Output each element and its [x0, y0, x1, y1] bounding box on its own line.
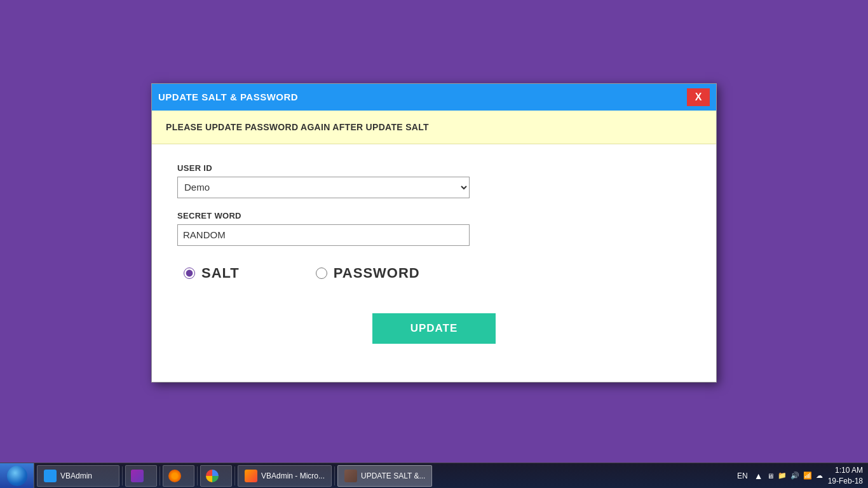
taskbar-items: VBAdmin VBAdmin - Micro... UPDATE SALT &…: [34, 463, 729, 488]
dialog-content: PLEASE UPDATE PASSWORD AGAIN AFTER UPDAT…: [152, 111, 716, 382]
radio-salt-option[interactable]: SALT: [184, 265, 240, 281]
clock: 1:10 AM 19-Feb-18: [828, 465, 863, 487]
taskbar-separator-5: [334, 466, 335, 485]
clock-time: 1:10 AM: [828, 465, 863, 476]
taskbar-icon-vbadmin: [44, 470, 57, 482]
radio-password-option[interactable]: PASSWORD: [316, 265, 420, 281]
tray-icon-6: ☁: [816, 471, 823, 480]
taskbar-right: EN ▲ 🖥 📁 🔊 📶 ☁ 1:10 AM 19-Feb-18: [729, 465, 868, 487]
tray-icon-5: 📶: [803, 471, 812, 480]
secret-word-group: SECRET WORD: [177, 211, 691, 246]
start-orb: [7, 466, 27, 486]
taskbar-item-vbadmin2[interactable]: VBAdmin - Micro...: [238, 465, 332, 487]
window-title: UPDATE SALT & PASSWORD: [158, 92, 298, 102]
user-id-group: USER ID Demo Admin User1: [177, 163, 691, 198]
taskbar-icon-cube: [131, 470, 144, 482]
button-row: UPDATE: [177, 313, 691, 344]
radio-password[interactable]: [316, 268, 327, 279]
taskbar-item-cube[interactable]: [125, 465, 157, 487]
start-button[interactable]: [0, 463, 34, 489]
form-area: USER ID Demo Admin User1 SECRET WORD: [152, 144, 716, 382]
tray-icon-3: 📁: [778, 471, 787, 480]
radio-salt-label: SALT: [201, 265, 240, 281]
taskbar-icon-firefox: [168, 470, 181, 482]
taskbar: VBAdmin VBAdmin - Micro... UPDATE SALT &…: [0, 463, 868, 488]
dialog-window: UPDATE SALT & PASSWORD X PLEASE UPDATE P…: [151, 83, 717, 383]
system-tray: EN ▲ 🖥 📁 🔊 📶 ☁: [735, 470, 823, 482]
taskbar-item-updatesalt[interactable]: UPDATE SALT &...: [337, 465, 432, 487]
warning-text: PLEASE UPDATE PASSWORD AGAIN AFTER UPDAT…: [166, 122, 429, 132]
update-button[interactable]: UPDATE: [372, 313, 496, 344]
tray-icon-1: ▲: [754, 471, 763, 481]
close-button[interactable]: X: [687, 88, 710, 106]
taskbar-icon-updatesalt: [344, 470, 357, 482]
tray-icon-2: 🖥: [767, 472, 774, 480]
taskbar-separator-2: [159, 466, 160, 485]
tray-icon-4: 🔊: [790, 471, 799, 480]
clock-date: 19-Feb-18: [828, 476, 863, 487]
taskbar-item-vbadmin[interactable]: VBAdmin: [37, 465, 119, 487]
user-id-label: USER ID: [177, 163, 691, 173]
secret-word-label: SECRET WORD: [177, 211, 691, 220]
taskbar-item-firefox[interactable]: [163, 465, 194, 487]
taskbar-icon-vbadmin2: [245, 470, 257, 482]
warning-banner: PLEASE UPDATE PASSWORD AGAIN AFTER UPDAT…: [152, 111, 716, 144]
taskbar-separator-3: [197, 466, 198, 485]
taskbar-label-updatesalt: UPDATE SALT &...: [361, 471, 425, 480]
taskbar-separator-1: [122, 466, 123, 485]
secret-word-input[interactable]: [177, 224, 470, 246]
language-indicator[interactable]: EN: [735, 470, 750, 482]
taskbar-item-chrome[interactable]: [200, 465, 232, 487]
taskbar-label-vbadmin: VBAdmin: [60, 471, 92, 480]
taskbar-separator-4: [234, 466, 235, 485]
user-id-select[interactable]: Demo Admin User1: [177, 177, 470, 198]
radio-salt[interactable]: [184, 268, 195, 279]
title-bar: UPDATE SALT & PASSWORD X: [152, 84, 716, 111]
radio-group: SALT PASSWORD: [184, 265, 691, 281]
taskbar-label-vbadmin2: VBAdmin - Micro...: [261, 471, 325, 480]
taskbar-icon-chrome: [206, 470, 219, 482]
radio-password-label: PASSWORD: [334, 265, 420, 281]
desktop: UPDATE SALT & PASSWORD X PLEASE UPDATE P…: [0, 0, 868, 465]
